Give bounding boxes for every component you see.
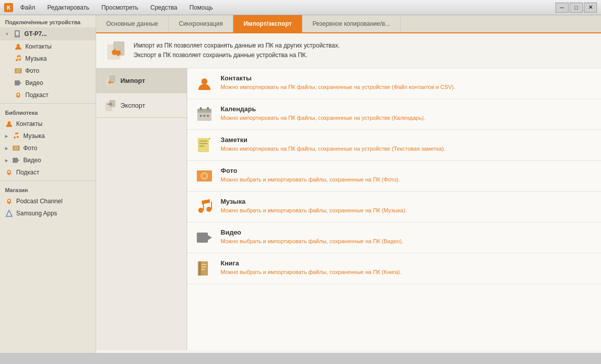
import-item-music[interactable]: Музыка Можно выбрать и импортировать фай… <box>187 192 601 222</box>
sidebar-item-contacts-lib[interactable]: Контакты <box>0 118 96 130</box>
import-book-desc: Можно выбрать и импортировать файлы, сох… <box>221 268 593 276</box>
svg-point-4 <box>16 59 18 61</box>
import-book-icon <box>195 259 213 278</box>
import-calendar-title: Календарь <box>221 105 593 113</box>
menu-view[interactable]: Просмотреть <box>96 3 143 12</box>
import-notes-icon <box>195 136 213 154</box>
import-video-desc: Можно выбрать и импортировать файлы, сох… <box>221 238 593 245</box>
svg-rect-39 <box>200 107 202 110</box>
svg-rect-56 <box>197 233 208 243</box>
music-dev-icon <box>14 55 22 63</box>
svg-rect-42 <box>203 115 205 117</box>
svg-marker-10 <box>20 82 22 84</box>
photo-lib-label: Фото <box>23 145 37 152</box>
sidebar-item-music-lib[interactable]: ▶ Музыка <box>0 130 96 142</box>
svg-rect-61 <box>201 266 206 267</box>
sidebar-item-video-dev[interactable]: Видео <box>0 77 96 89</box>
contacts-lib-icon <box>5 120 13 128</box>
svg-rect-1 <box>16 31 19 35</box>
import-contacts-desc: Можно импортировать на ПК файлы, сохране… <box>221 83 593 91</box>
photo-dev-icon <box>14 67 22 75</box>
sidebar-item-samsung-apps[interactable]: Samsung Apps <box>0 207 96 219</box>
podcast-lib-label: Подкаст <box>16 169 39 176</box>
svg-point-18 <box>15 147 17 149</box>
podcast-channel-icon <box>5 197 13 205</box>
content-area: Основные данные Синхронизация Импорт/экс… <box>96 15 601 353</box>
video-lib-arrow: ▶ <box>5 158 8 163</box>
svg-point-5 <box>19 59 21 61</box>
split-panel: Импорт Экспорт <box>96 68 601 350</box>
contacts-dev-label: Контакты <box>25 43 52 50</box>
podcast-dev-icon <box>14 91 22 99</box>
section-title-devices: Подключённые устройства <box>0 15 96 27</box>
import-book-title: Книга <box>221 259 593 267</box>
samsung-apps-icon <box>5 209 13 217</box>
svg-rect-40 <box>207 107 209 110</box>
sidebar-item-podcast-dev[interactable]: Подкаст <box>0 89 96 101</box>
import-photo-content: Фото Можно выбрать и импортировать файлы… <box>221 167 593 184</box>
sidebar-item-device[interactable]: ▼ GT-P7... <box>0 27 96 40</box>
menu-file[interactable]: Файл <box>15 3 40 12</box>
import-item-calendar[interactable]: Календарь Можно импортировать на ПК файл… <box>187 99 601 130</box>
minimize-button[interactable]: ─ <box>555 3 569 13</box>
export-label: Экспорт <box>120 102 145 109</box>
sidebar-item-music-dev[interactable]: Музыка <box>0 53 96 65</box>
import-item-notes[interactable]: Заметки Можно импортировать на ПК файлы,… <box>187 130 601 161</box>
main-container: Подключённые устройства ▼ GT-P7... Конта… <box>0 15 601 353</box>
import-item-contacts[interactable]: Контакты Можно импортировать на ПК файлы… <box>187 68 601 99</box>
sidebar-item-photo-dev[interactable]: Фото <box>0 65 96 77</box>
menu-help[interactable]: Помощь <box>184 3 218 12</box>
photo-lib-arrow: ▶ <box>5 146 8 151</box>
svg-rect-60 <box>201 264 206 265</box>
svg-point-23 <box>8 199 11 202</box>
sidebar-item-photo-lib[interactable]: ▶ Фото <box>0 142 96 154</box>
import-calendar-content: Календарь Можно импортировать на ПК файл… <box>221 105 593 122</box>
sidebar-item-contacts-dev[interactable]: Контакты <box>0 40 96 53</box>
video-lib-label: Видео <box>23 157 41 164</box>
title-bar-controls: ─ □ ✕ <box>555 3 597 13</box>
tab-backup[interactable]: Резервное копирование/в... <box>303 15 401 32</box>
import-item-video[interactable]: Видео Можно выбрать и импортировать файл… <box>187 222 601 253</box>
import-icon <box>104 74 116 86</box>
podcast-lib-icon <box>5 168 13 176</box>
import-item-book[interactable]: Книга Можно выбрать и импортировать файл… <box>187 253 601 284</box>
sidebar-item-podcast-channel[interactable]: Podcast Channel <box>0 195 96 207</box>
svg-rect-41 <box>200 115 202 117</box>
import-button[interactable]: Импорт <box>96 68 187 93</box>
import-notes-title: Заметки <box>221 136 593 144</box>
tab-basic[interactable]: Основные данные <box>96 15 169 32</box>
import-contacts-icon <box>195 74 213 93</box>
import-video-title: Видео <box>221 229 593 236</box>
divider-1 <box>0 103 96 104</box>
import-label: Импорт <box>120 77 145 84</box>
menu-tools[interactable]: Средства <box>145 3 182 12</box>
svg-rect-47 <box>199 146 204 147</box>
export-button[interactable]: Экспорт <box>96 93 187 118</box>
svg-marker-57 <box>208 235 212 240</box>
device-arrow: ▼ <box>5 32 9 36</box>
left-panel: Импорт Экспорт <box>96 68 187 350</box>
podcast-channel-label: Podcast Channel <box>16 198 62 205</box>
svg-rect-62 <box>201 269 205 270</box>
info-banner: Импорт из ПК позволяет сохранять данные … <box>96 33 601 68</box>
svg-point-51 <box>202 173 207 178</box>
tab-import-export[interactable]: Импорт/экспорт <box>233 15 302 32</box>
svg-point-14 <box>14 136 16 139</box>
menu-edit[interactable]: Редактировать <box>42 3 95 12</box>
sidebar-item-podcast-lib[interactable]: Подкаст <box>0 166 96 178</box>
close-button[interactable]: ✕ <box>584 3 597 13</box>
svg-point-52 <box>198 208 203 213</box>
maximize-button[interactable]: □ <box>570 3 583 13</box>
sidebar-item-video-lib[interactable]: ▶ Видео <box>0 154 96 166</box>
svg-rect-45 <box>199 141 207 142</box>
tab-sync[interactable]: Синхронизация <box>169 15 234 32</box>
svg-marker-48 <box>209 138 211 140</box>
section-title-store: Магазин <box>0 183 96 195</box>
svg-rect-43 <box>207 115 209 117</box>
info-line1: Импорт из ПК позволяет сохранять данные … <box>134 41 340 51</box>
video-dev-label: Видео <box>25 79 43 86</box>
import-contacts-title: Контакты <box>221 74 593 82</box>
podcast-dev-label: Подкаст <box>25 92 49 99</box>
svg-rect-46 <box>199 143 207 144</box>
import-item-photo[interactable]: Фото Можно выбрать и импортировать файлы… <box>187 161 601 192</box>
